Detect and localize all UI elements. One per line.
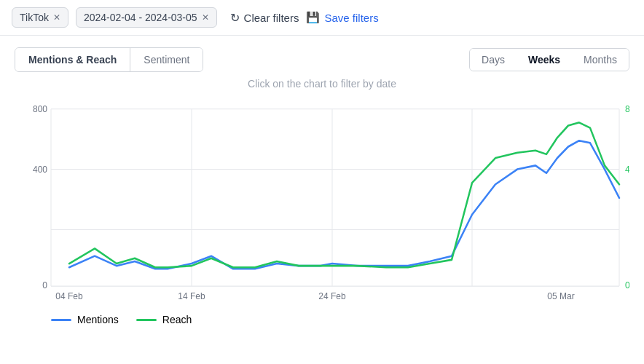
date-tag-label: 2024-02-04 - 2024-03-05 <box>84 12 197 23</box>
chart-container[interactable]: 800 400 0 80 M 40 M 0 04 Feb 14 Feb 24 F… <box>15 94 629 305</box>
platform-tag-close[interactable]: ✕ <box>53 13 60 22</box>
save-filters-button[interactable]: 💾 Save filters <box>306 11 378 24</box>
svg-text:0: 0 <box>625 280 629 290</box>
svg-text:800: 800 <box>33 104 47 114</box>
svg-text:80 M: 80 M <box>625 104 629 114</box>
svg-text:40 M: 40 M <box>625 165 629 175</box>
legend-mentions: Mentions <box>51 314 119 325</box>
tabs-row: Mentions & Reach Sentiment Days Weeks Mo… <box>15 47 629 72</box>
svg-text:05 Mar: 05 Mar <box>547 291 574 301</box>
platform-filter-tag[interactable]: TikTok ✕ <box>12 7 68 28</box>
chart-svg: 800 400 0 80 M 40 M 0 04 Feb 14 Feb 24 F… <box>15 94 629 305</box>
refresh-icon: ↻ <box>230 11 240 25</box>
svg-text:0: 0 <box>42 280 47 290</box>
tab-mentions-reach[interactable]: Mentions & Reach <box>15 48 130 71</box>
period-weeks[interactable]: Weeks <box>517 49 572 71</box>
period-tab-group: Days Weeks Months <box>469 48 629 71</box>
top-bar: TikTok ✕ 2024-02-04 - 2024-03-05 ✕ ↻ Cle… <box>0 0 644 36</box>
reach-line-indicator <box>136 319 157 321</box>
svg-text:04 Feb: 04 Feb <box>55 291 83 301</box>
svg-text:400: 400 <box>33 165 47 175</box>
chart-legend: Mentions Reach <box>15 314 629 325</box>
tab-sentiment[interactable]: Sentiment <box>130 48 203 71</box>
period-months[interactable]: Months <box>572 49 629 71</box>
clear-filters-label: Clear filters <box>244 12 299 24</box>
svg-text:24 Feb: 24 Feb <box>318 291 346 301</box>
legend-reach: Reach <box>136 314 192 325</box>
mentions-line-indicator <box>51 319 71 321</box>
main-content: Mentions & Reach Sentiment Days Weeks Mo… <box>0 36 644 333</box>
reach-legend-label: Reach <box>162 314 192 325</box>
left-tab-group: Mentions & Reach Sentiment <box>15 47 203 72</box>
chart-hint: Click on the chart to filter by date <box>15 78 629 90</box>
clear-filters-button[interactable]: ↻ Clear filters <box>230 11 299 25</box>
platform-tag-label: TikTok <box>20 12 49 23</box>
date-tag-close[interactable]: ✕ <box>202 13 209 22</box>
svg-text:14 Feb: 14 Feb <box>178 291 205 301</box>
save-icon: 💾 <box>306 11 320 24</box>
save-filters-label: Save filters <box>324 12 378 24</box>
date-filter-tag[interactable]: 2024-02-04 - 2024-03-05 ✕ <box>76 7 217 28</box>
period-days[interactable]: Days <box>470 49 517 71</box>
mentions-legend-label: Mentions <box>77 314 119 325</box>
